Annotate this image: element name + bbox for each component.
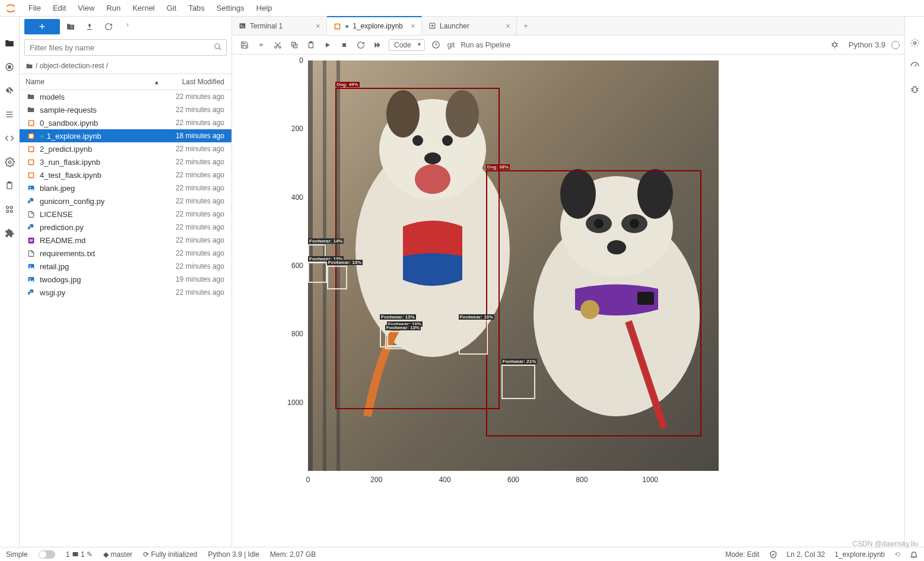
sync-mini-icon[interactable]: ⟲ — [894, 550, 900, 559]
property-inspector-icon[interactable] — [910, 38, 920, 48]
bell-icon[interactable] — [910, 550, 918, 559]
menu-edit[interactable]: Edit — [48, 1, 71, 15]
search-input[interactable] — [24, 39, 227, 56]
toc-icon[interactable] — [4, 109, 15, 120]
file-icon — [26, 158, 36, 166]
menu-file[interactable]: File — [24, 1, 46, 15]
restart-icon[interactable] — [353, 37, 369, 53]
cursor-position[interactable]: Ln 2, Col 32 — [787, 550, 825, 559]
paste-icon[interactable] — [303, 37, 319, 53]
run-pipeline-button[interactable]: Run as Pipeline — [458, 37, 513, 53]
close-icon[interactable]: × — [506, 21, 510, 31]
git-pull-icon[interactable] — [119, 19, 136, 34]
file-row[interactable]: sample-requests22 minutes ago — [20, 103, 231, 116]
kernel-status-icon[interactable] — [891, 41, 900, 49]
run-all-icon[interactable] — [370, 37, 385, 53]
simple-toggle[interactable] — [39, 550, 55, 559]
detection-label: Footwear: 14% — [308, 238, 344, 244]
lsp-status[interactable]: ⟳ Fully initialized — [143, 550, 197, 559]
cut-icon[interactable] — [270, 37, 285, 53]
kernel-name[interactable]: Python 3.9 — [849, 40, 885, 49]
menu-kernel[interactable]: Kernel — [128, 1, 160, 15]
code-icon[interactable] — [4, 133, 15, 144]
close-icon[interactable]: × — [411, 21, 415, 31]
git-icon[interactable] — [4, 85, 15, 96]
git-label[interactable]: git — [445, 37, 458, 53]
gauge-icon[interactable] — [910, 61, 920, 71]
menu-run[interactable]: Run — [101, 1, 125, 15]
memory-status[interactable]: Mem: 2.07 GB — [270, 550, 316, 559]
file-row[interactable]: gunicorn_config.py22 minutes ago — [20, 195, 231, 208]
svg-line-60 — [837, 43, 838, 44]
save-icon[interactable] — [237, 37, 252, 53]
circles-icon[interactable] — [4, 204, 15, 215]
debug-icon[interactable] — [910, 84, 920, 94]
menu-git[interactable]: Git — [162, 1, 182, 15]
refresh-icon[interactable] — [100, 19, 117, 34]
svg-line-93 — [915, 87, 916, 87]
file-row[interactable]: 4_test_flask.ipynb22 minutes ago — [20, 168, 231, 181]
clock-icon[interactable] — [428, 37, 444, 53]
menu-settings[interactable]: Settings — [212, 1, 249, 15]
col-modified[interactable]: Last Modified — [163, 78, 231, 86]
extension-icon[interactable] — [4, 228, 15, 238]
breadcrumb[interactable]: / object-detection-rest / — [20, 58, 231, 74]
detection-box: Dog: 49% — [335, 88, 500, 409]
file-modified: 19 minutes ago — [163, 275, 231, 283]
svg-rect-16 — [29, 121, 33, 125]
stop-icon[interactable] — [336, 37, 352, 53]
svg-point-11 — [10, 210, 12, 212]
add-tab-button[interactable]: + — [517, 17, 535, 35]
col-name[interactable]: Name ▲ — [20, 78, 163, 86]
gear-icon[interactable] — [4, 157, 15, 167]
menu-tabs[interactable]: Tabs — [183, 1, 209, 15]
file-row[interactable]: ●1_explore.ipynb18 minutes ago — [20, 129, 231, 142]
close-icon[interactable]: × — [316, 21, 320, 31]
tab-1-explore-ipynb[interactable]: ● 1_explore.ipynb× — [327, 16, 422, 35]
file-row[interactable]: MREADME.md22 minutes ago — [20, 234, 231, 247]
current-file[interactable]: 1_explore.ipynb — [834, 550, 885, 559]
add-cell-icon[interactable]: + — [253, 37, 269, 53]
right-activity-bar — [904, 17, 924, 547]
file-name: 3_run_flask.ipynb — [40, 158, 163, 167]
file-row[interactable]: wsgi.py22 minutes ago — [20, 286, 231, 299]
new-folder-icon[interactable]: + — [62, 19, 79, 34]
file-name: prediction.py — [40, 223, 163, 232]
file-name: 4_test_flask.ipynb — [40, 171, 163, 180]
tab-terminal-1[interactable]: Terminal 1× — [232, 17, 327, 35]
file-row[interactable]: blank.jpeg22 minutes ago — [20, 181, 231, 195]
run-icon[interactable] — [320, 37, 335, 53]
trust-icon[interactable] — [769, 550, 777, 559]
file-row[interactable]: requirements.txt22 minutes ago — [20, 247, 231, 260]
notebook-content[interactable]: 02004006008001000 02004006008001000 — [232, 55, 904, 547]
left-activity-bar — [0, 17, 20, 547]
file-row[interactable]: 0_sandbox.ipynb22 minutes ago — [20, 116, 231, 129]
file-row[interactable]: prediction.py22 minutes ago — [20, 221, 231, 234]
folder-icon[interactable] — [4, 38, 15, 49]
svg-text:M: M — [29, 238, 32, 243]
copy-icon[interactable] — [287, 37, 302, 53]
mode-status[interactable]: Mode: Edit — [725, 550, 759, 559]
running-icon[interactable] — [4, 62, 15, 72]
branch-status[interactable]: ◆ master — [103, 550, 132, 559]
file-row[interactable]: retail.jpg22 minutes ago — [20, 260, 231, 273]
bug-icon[interactable] — [827, 37, 843, 53]
menu-help[interactable]: Help — [252, 1, 277, 15]
kernel-status[interactable]: Python 3.9 | Idle — [208, 550, 260, 559]
file-row[interactable]: LICENSE22 minutes ago — [20, 208, 231, 221]
new-launcher-button[interactable]: + — [24, 19, 60, 34]
terminals-count[interactable]: 1 1 ✎ — [66, 550, 93, 559]
file-row[interactable]: models22 minutes ago — [20, 90, 231, 103]
clipboard-icon[interactable] — [4, 180, 15, 191]
svg-point-35 — [30, 290, 30, 291]
svg-point-28 — [30, 225, 30, 225]
upload-icon[interactable] — [81, 19, 98, 34]
file-row[interactable]: 3_run_flask.ipynb22 minutes ago — [20, 155, 231, 168]
file-row[interactable]: 2_predict.ipynb22 minutes ago — [20, 142, 231, 155]
svg-text:+: + — [71, 25, 73, 29]
cell-type-select[interactable]: Code — [389, 39, 425, 51]
menu-view[interactable]: View — [73, 1, 99, 15]
file-row[interactable]: twodogs.jpg19 minutes ago — [20, 273, 231, 286]
tab-launcher[interactable]: Launcher× — [422, 17, 517, 35]
svg-rect-94 — [72, 552, 78, 556]
